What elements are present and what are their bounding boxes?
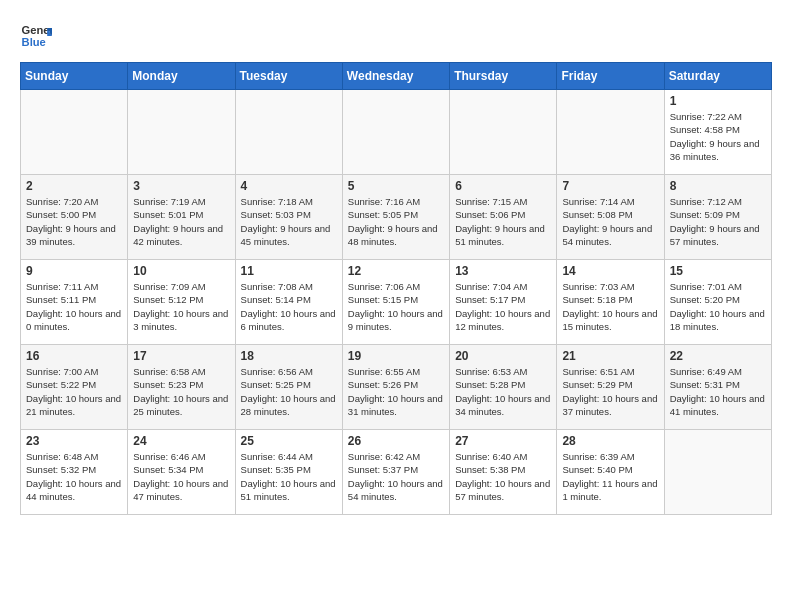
day-info: Sunrise: 6:42 AM Sunset: 5:37 PM Dayligh…: [348, 450, 444, 503]
calendar-cell: 10Sunrise: 7:09 AM Sunset: 5:12 PM Dayli…: [128, 260, 235, 345]
week-row-4: 16Sunrise: 7:00 AM Sunset: 5:22 PM Dayli…: [21, 345, 772, 430]
col-header-wednesday: Wednesday: [342, 63, 449, 90]
day-number: 13: [455, 264, 551, 278]
day-number: 7: [562, 179, 658, 193]
calendar-cell: 28Sunrise: 6:39 AM Sunset: 5:40 PM Dayli…: [557, 430, 664, 515]
day-number: 18: [241, 349, 337, 363]
svg-text:Blue: Blue: [22, 36, 46, 48]
day-info: Sunrise: 6:48 AM Sunset: 5:32 PM Dayligh…: [26, 450, 122, 503]
day-number: 14: [562, 264, 658, 278]
calendar-cell: 23Sunrise: 6:48 AM Sunset: 5:32 PM Dayli…: [21, 430, 128, 515]
day-number: 22: [670, 349, 766, 363]
day-number: 6: [455, 179, 551, 193]
day-info: Sunrise: 6:46 AM Sunset: 5:34 PM Dayligh…: [133, 450, 229, 503]
day-number: 8: [670, 179, 766, 193]
day-number: 27: [455, 434, 551, 448]
day-number: 12: [348, 264, 444, 278]
calendar-cell: [342, 90, 449, 175]
day-info: Sunrise: 7:12 AM Sunset: 5:09 PM Dayligh…: [670, 195, 766, 248]
day-number: 3: [133, 179, 229, 193]
calendar-cell: 14Sunrise: 7:03 AM Sunset: 5:18 PM Dayli…: [557, 260, 664, 345]
day-number: 24: [133, 434, 229, 448]
week-row-1: 1Sunrise: 7:22 AM Sunset: 4:58 PM Daylig…: [21, 90, 772, 175]
day-info: Sunrise: 7:19 AM Sunset: 5:01 PM Dayligh…: [133, 195, 229, 248]
day-number: 10: [133, 264, 229, 278]
day-number: 2: [26, 179, 122, 193]
day-info: Sunrise: 7:22 AM Sunset: 4:58 PM Dayligh…: [670, 110, 766, 163]
calendar-cell: [21, 90, 128, 175]
day-info: Sunrise: 7:18 AM Sunset: 5:03 PM Dayligh…: [241, 195, 337, 248]
calendar-cell: 26Sunrise: 6:42 AM Sunset: 5:37 PM Dayli…: [342, 430, 449, 515]
day-number: 26: [348, 434, 444, 448]
day-info: Sunrise: 7:09 AM Sunset: 5:12 PM Dayligh…: [133, 280, 229, 333]
calendar-cell: 12Sunrise: 7:06 AM Sunset: 5:15 PM Dayli…: [342, 260, 449, 345]
calendar-cell: 17Sunrise: 6:58 AM Sunset: 5:23 PM Dayli…: [128, 345, 235, 430]
day-number: 20: [455, 349, 551, 363]
calendar-cell: [235, 90, 342, 175]
day-info: Sunrise: 6:58 AM Sunset: 5:23 PM Dayligh…: [133, 365, 229, 418]
day-number: 19: [348, 349, 444, 363]
calendar-cell: 8Sunrise: 7:12 AM Sunset: 5:09 PM Daylig…: [664, 175, 771, 260]
calendar-cell: 5Sunrise: 7:16 AM Sunset: 5:05 PM Daylig…: [342, 175, 449, 260]
day-number: 21: [562, 349, 658, 363]
calendar-cell: 21Sunrise: 6:51 AM Sunset: 5:29 PM Dayli…: [557, 345, 664, 430]
day-number: 9: [26, 264, 122, 278]
day-info: Sunrise: 6:40 AM Sunset: 5:38 PM Dayligh…: [455, 450, 551, 503]
calendar-cell: 7Sunrise: 7:14 AM Sunset: 5:08 PM Daylig…: [557, 175, 664, 260]
day-number: 5: [348, 179, 444, 193]
day-info: Sunrise: 6:44 AM Sunset: 5:35 PM Dayligh…: [241, 450, 337, 503]
calendar-cell: [664, 430, 771, 515]
day-info: Sunrise: 6:39 AM Sunset: 5:40 PM Dayligh…: [562, 450, 658, 503]
day-info: Sunrise: 7:04 AM Sunset: 5:17 PM Dayligh…: [455, 280, 551, 333]
day-info: Sunrise: 7:00 AM Sunset: 5:22 PM Dayligh…: [26, 365, 122, 418]
calendar-cell: 9Sunrise: 7:11 AM Sunset: 5:11 PM Daylig…: [21, 260, 128, 345]
week-row-2: 2Sunrise: 7:20 AM Sunset: 5:00 PM Daylig…: [21, 175, 772, 260]
day-info: Sunrise: 6:53 AM Sunset: 5:28 PM Dayligh…: [455, 365, 551, 418]
day-info: Sunrise: 6:55 AM Sunset: 5:26 PM Dayligh…: [348, 365, 444, 418]
day-number: 28: [562, 434, 658, 448]
day-info: Sunrise: 7:06 AM Sunset: 5:15 PM Dayligh…: [348, 280, 444, 333]
day-number: 15: [670, 264, 766, 278]
calendar-cell: [128, 90, 235, 175]
day-info: Sunrise: 7:08 AM Sunset: 5:14 PM Dayligh…: [241, 280, 337, 333]
day-info: Sunrise: 7:11 AM Sunset: 5:11 PM Dayligh…: [26, 280, 122, 333]
calendar-cell: 13Sunrise: 7:04 AM Sunset: 5:17 PM Dayli…: [450, 260, 557, 345]
calendar-cell: 27Sunrise: 6:40 AM Sunset: 5:38 PM Dayli…: [450, 430, 557, 515]
calendar-cell: 20Sunrise: 6:53 AM Sunset: 5:28 PM Dayli…: [450, 345, 557, 430]
calendar-cell: 11Sunrise: 7:08 AM Sunset: 5:14 PM Dayli…: [235, 260, 342, 345]
logo-icon: General Blue: [20, 20, 52, 52]
day-number: 25: [241, 434, 337, 448]
day-info: Sunrise: 7:14 AM Sunset: 5:08 PM Dayligh…: [562, 195, 658, 248]
calendar-cell: 15Sunrise: 7:01 AM Sunset: 5:20 PM Dayli…: [664, 260, 771, 345]
calendar-cell: 24Sunrise: 6:46 AM Sunset: 5:34 PM Dayli…: [128, 430, 235, 515]
day-info: Sunrise: 7:16 AM Sunset: 5:05 PM Dayligh…: [348, 195, 444, 248]
col-header-monday: Monday: [128, 63, 235, 90]
header-row: SundayMondayTuesdayWednesdayThursdayFrid…: [21, 63, 772, 90]
day-info: Sunrise: 7:20 AM Sunset: 5:00 PM Dayligh…: [26, 195, 122, 248]
page-header: General Blue: [20, 20, 772, 52]
day-number: 16: [26, 349, 122, 363]
day-info: Sunrise: 6:49 AM Sunset: 5:31 PM Dayligh…: [670, 365, 766, 418]
day-number: 17: [133, 349, 229, 363]
day-info: Sunrise: 7:15 AM Sunset: 5:06 PM Dayligh…: [455, 195, 551, 248]
day-number: 11: [241, 264, 337, 278]
calendar-cell: [450, 90, 557, 175]
day-info: Sunrise: 6:51 AM Sunset: 5:29 PM Dayligh…: [562, 365, 658, 418]
col-header-thursday: Thursday: [450, 63, 557, 90]
calendar-cell: 25Sunrise: 6:44 AM Sunset: 5:35 PM Dayli…: [235, 430, 342, 515]
week-row-5: 23Sunrise: 6:48 AM Sunset: 5:32 PM Dayli…: [21, 430, 772, 515]
day-info: Sunrise: 7:01 AM Sunset: 5:20 PM Dayligh…: [670, 280, 766, 333]
calendar-cell: 18Sunrise: 6:56 AM Sunset: 5:25 PM Dayli…: [235, 345, 342, 430]
col-header-friday: Friday: [557, 63, 664, 90]
calendar-cell: 1Sunrise: 7:22 AM Sunset: 4:58 PM Daylig…: [664, 90, 771, 175]
day-info: Sunrise: 6:56 AM Sunset: 5:25 PM Dayligh…: [241, 365, 337, 418]
col-header-tuesday: Tuesday: [235, 63, 342, 90]
day-info: Sunrise: 7:03 AM Sunset: 5:18 PM Dayligh…: [562, 280, 658, 333]
day-number: 4: [241, 179, 337, 193]
logo: General Blue: [20, 20, 52, 52]
calendar-table: SundayMondayTuesdayWednesdayThursdayFrid…: [20, 62, 772, 515]
calendar-cell: 2Sunrise: 7:20 AM Sunset: 5:00 PM Daylig…: [21, 175, 128, 260]
calendar-cell: 22Sunrise: 6:49 AM Sunset: 5:31 PM Dayli…: [664, 345, 771, 430]
week-row-3: 9Sunrise: 7:11 AM Sunset: 5:11 PM Daylig…: [21, 260, 772, 345]
calendar-cell: 19Sunrise: 6:55 AM Sunset: 5:26 PM Dayli…: [342, 345, 449, 430]
